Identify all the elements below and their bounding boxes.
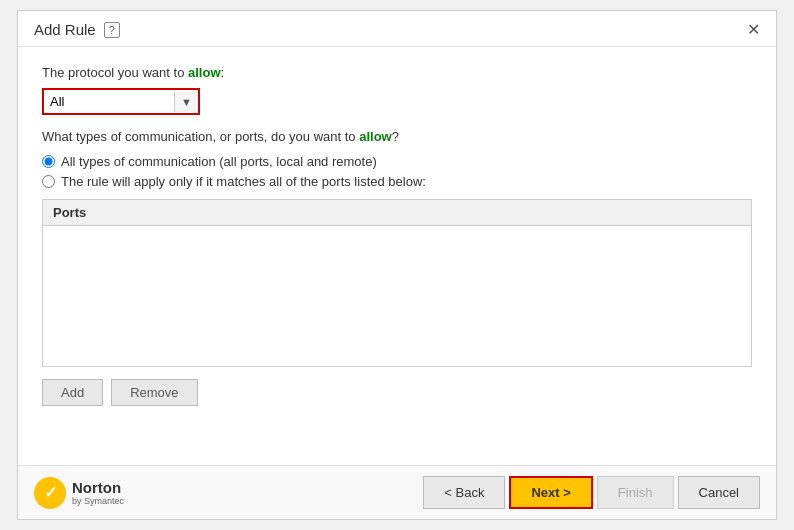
ports-button-row: Add Remove bbox=[42, 379, 752, 406]
cancel-button[interactable]: Cancel bbox=[678, 476, 760, 509]
ports-question: What types of communication, or ports, d… bbox=[42, 129, 752, 144]
radio-all-input[interactable] bbox=[42, 155, 55, 168]
ports-question-end: ? bbox=[392, 129, 399, 144]
help-icon[interactable]: ? bbox=[104, 22, 120, 38]
next-button[interactable]: Next > bbox=[509, 476, 592, 509]
ports-container: Ports bbox=[42, 199, 752, 367]
dialog-body: The protocol you want to allow: All TCP … bbox=[18, 47, 776, 465]
protocol-label-end: : bbox=[221, 65, 225, 80]
radio-ports-label[interactable]: The rule will apply only if it matches a… bbox=[61, 174, 426, 189]
back-button[interactable]: < Back bbox=[423, 476, 505, 509]
ports-question-start: What types of communication, or ports, d… bbox=[42, 129, 359, 144]
radio-item-all: All types of communication (all ports, l… bbox=[42, 154, 752, 169]
ports-body[interactable] bbox=[43, 226, 751, 366]
radio-item-ports: The rule will apply only if it matches a… bbox=[42, 174, 752, 189]
radio-all-label[interactable]: All types of communication (all ports, l… bbox=[61, 154, 377, 169]
norton-text-block: Norton by Symantec bbox=[72, 479, 124, 506]
ports-header: Ports bbox=[43, 200, 751, 226]
protocol-label: The protocol you want to allow: bbox=[42, 65, 752, 80]
dialog-footer: ✓ Norton by Symantec < Back Next > Finis… bbox=[18, 465, 776, 519]
protocol-select-wrapper[interactable]: All TCP UDP ICMP ▼ bbox=[42, 88, 200, 115]
norton-sub: by Symantec bbox=[72, 496, 124, 506]
close-button[interactable]: ✕ bbox=[747, 22, 760, 38]
add-button[interactable]: Add bbox=[42, 379, 103, 406]
dialog-header: Add Rule ? ✕ bbox=[18, 11, 776, 47]
protocol-allow-text: allow bbox=[188, 65, 221, 80]
remove-button[interactable]: Remove bbox=[111, 379, 197, 406]
ports-question-allow: allow bbox=[359, 129, 392, 144]
norton-check-icon: ✓ bbox=[34, 477, 66, 509]
select-arrow-icon: ▼ bbox=[174, 92, 198, 112]
dialog-title: Add Rule bbox=[34, 21, 96, 38]
norton-logo: ✓ Norton by Symantec bbox=[34, 477, 124, 509]
finish-button: Finish bbox=[597, 476, 674, 509]
radio-group: All types of communication (all ports, l… bbox=[42, 154, 752, 189]
add-rule-dialog: Add Rule ? ✕ The protocol you want to al… bbox=[17, 10, 777, 520]
norton-name: Norton bbox=[72, 479, 124, 496]
protocol-select[interactable]: All TCP UDP ICMP bbox=[44, 90, 174, 113]
radio-ports-input[interactable] bbox=[42, 175, 55, 188]
protocol-label-text: The protocol you want to bbox=[42, 65, 188, 80]
footer-buttons: < Back Next > Finish Cancel bbox=[423, 476, 760, 509]
dialog-title-row: Add Rule ? bbox=[34, 21, 120, 38]
